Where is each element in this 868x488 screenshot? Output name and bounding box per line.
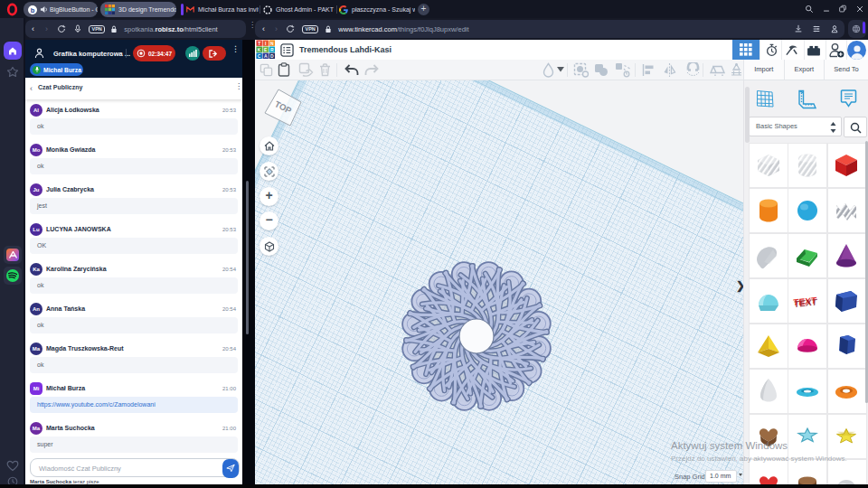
svg-text:D: D [270,53,274,59]
svg-text:K: K [258,47,261,52]
svg-text:b: b [31,5,35,14]
svg-text:C: C [258,53,261,59]
svg-text:N: N [270,41,274,46]
svg-text:R: R [270,47,274,52]
svg-text:TEXT: TEXT [794,297,818,310]
svg-text:A: A [264,53,268,59]
